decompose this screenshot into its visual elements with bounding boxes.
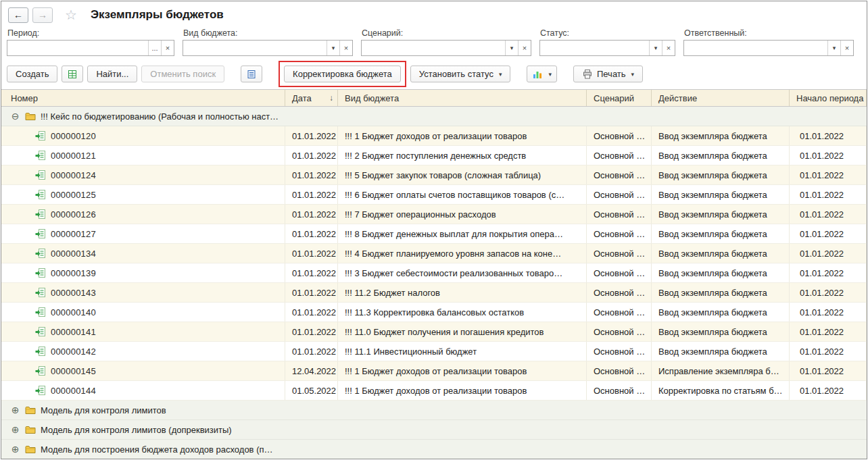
column-header-action[interactable]: Действие — [652, 90, 790, 106]
cell-date: 01.01.2022 — [285, 205, 338, 224]
cell-scenario: Основной … — [587, 361, 652, 380]
expand-icon[interactable]: ⊕ — [10, 444, 20, 454]
cell-scenario: Основной … — [587, 165, 652, 184]
print-button[interactable]: Печать ▾ — [573, 66, 643, 82]
cell-budget-type: !!! 6 Бюджет оплаты счетов поставщиков т… — [338, 185, 587, 204]
cell-date: 01.01.2022 — [285, 165, 338, 184]
responsible-dropdown-button[interactable]: ▾ — [827, 41, 840, 55]
budget-type-dropdown-button[interactable]: ▾ — [327, 41, 339, 55]
cell-date: 01.01.2022 — [285, 303, 338, 322]
table-row[interactable]: 000000134 01.01.2022 !!! 4 Бюджет планир… — [1, 244, 867, 263]
expand-icon[interactable]: ⊕ — [10, 425, 20, 434]
cell-number: 000000139 — [51, 268, 96, 278]
cell-period-start: 01.01.2022 — [790, 322, 867, 341]
column-header-period-start[interactable]: Начало периода — [790, 90, 867, 106]
title-bar: ← → ☆ Экземпляры бюджетов — [1, 1, 867, 27]
table-row[interactable]: 000000120 01.01.2022 !!! 1 Бюджет доходо… — [1, 126, 867, 146]
cell-period-start: 01.01.2022 — [790, 342, 867, 361]
filter-scenario-label: Сценарий: — [362, 28, 531, 38]
set-status-button[interactable]: Установить статус ▾ — [410, 66, 511, 82]
cell-action: Ввод экземпляра бюджета — [652, 126, 790, 145]
scenario-clear-button[interactable]: × — [518, 41, 531, 55]
period-clear-button[interactable]: × — [161, 41, 174, 55]
cancel-search-button[interactable]: Отменить поиск — [141, 66, 224, 82]
responsible-input[interactable] — [684, 41, 827, 55]
cell-budget-type: !!! 11.3 Корректировка балансовых остатк… — [338, 303, 587, 322]
budget-type-input[interactable] — [183, 41, 327, 55]
column-header-number[interactable]: Номер — [1, 90, 285, 106]
forward-button[interactable]: → — [32, 7, 53, 23]
filter-scenario-field: ▾ × — [361, 40, 531, 56]
period-choose-button[interactable]: ... — [148, 41, 161, 55]
group-label: !!! Кейс по бюджетированию (Рабочая и по… — [41, 111, 279, 122]
group-row[interactable]: ⊕ Модель для построения бюджета доходов … — [1, 440, 867, 459]
scenario-input[interactable] — [362, 41, 505, 55]
cell-budget-type: !!! 11.1 Инвестиционный бюджет — [338, 342, 587, 361]
table-row[interactable]: 000000141 01.01.2022 !!! 11.0 Бюджет пол… — [1, 322, 867, 342]
table-row[interactable]: 000000124 01.01.2022 !!! 5 Бюджет закупо… — [1, 165, 867, 185]
status-dropdown-button[interactable]: ▾ — [649, 41, 662, 55]
document-icon — [35, 209, 46, 220]
cell-budget-type: !!! 4 Бюджет планируемого уровня запасов… — [338, 244, 587, 263]
filter-period-label: Период: — [7, 28, 174, 38]
set-status-label: Установить статус — [419, 69, 493, 79]
table-header: Номер Дата ↓ Вид бюджета Сценарий Действ… — [1, 89, 867, 107]
group-row[interactable]: ⊖ !!! Кейс по бюджетированию (Рабочая и … — [1, 107, 867, 126]
group-row[interactable]: ⊕ Модель для контроля лимитов — [1, 401, 867, 420]
cell-budget-type: !!! 11.0 Бюджет получения и погашения кр… — [338, 322, 587, 341]
back-button[interactable]: ← — [8, 7, 28, 23]
cell-scenario: Основной … — [587, 263, 652, 282]
group-row[interactable]: ⊕ Модель для контроля лимитов (допреквиз… — [1, 420, 867, 440]
report-chart-button[interactable]: ▾ — [527, 66, 557, 82]
table-row[interactable]: 000000144 01.05.2022 !!! 1 Бюджет доходо… — [1, 381, 867, 401]
cell-date: 01.01.2022 — [285, 322, 338, 341]
column-header-scenario[interactable]: Сценарий — [587, 90, 652, 106]
document-icon — [35, 150, 46, 161]
document-icon — [35, 248, 46, 259]
table-row[interactable]: 000000140 01.01.2022 !!! 11.3 Корректиро… — [1, 303, 867, 322]
table-row[interactable]: 000000139 01.01.2022 !!! 3 Бюджет себест… — [1, 263, 867, 283]
budget-adjustment-button[interactable]: Корректировка бюджета — [284, 66, 401, 82]
find-button[interactable]: Найти... — [87, 66, 137, 82]
cell-budget-type: !!! 11.2 Бюджет налогов — [338, 283, 587, 302]
status-input[interactable] — [540, 41, 649, 55]
responsible-clear-button[interactable]: × — [840, 41, 853, 55]
create-button[interactable]: Создать — [7, 66, 57, 82]
favorite-star-icon[interactable]: ☆ — [65, 7, 77, 23]
column-header-date[interactable]: Дата ↓ — [285, 90, 338, 106]
cell-budget-type: !!! 7 Бюджет операционных расходов — [338, 205, 587, 224]
export-spreadsheet-button[interactable] — [62, 66, 83, 82]
cell-period-start: 01.01.2022 — [790, 244, 867, 263]
cell-scenario: Основной … — [587, 126, 652, 145]
status-clear-button[interactable]: × — [662, 41, 675, 55]
cell-number: 000000141 — [51, 327, 96, 337]
cell-date: 01.01.2022 — [285, 244, 338, 263]
sort-descending-icon: ↓ — [329, 93, 333, 103]
cell-date: 01.01.2022 — [285, 342, 338, 361]
table-row[interactable]: 000000145 12.04.2022 !!! 1 Бюджет доходо… — [1, 361, 867, 381]
cell-action: Ввод экземпляра бюджета — [652, 263, 790, 282]
table-row[interactable]: 000000127 01.01.2022 !!! 8 Бюджет денежн… — [1, 224, 867, 244]
cell-number: 000000125 — [51, 190, 96, 200]
table-row[interactable]: 000000125 01.01.2022 !!! 6 Бюджет оплаты… — [1, 185, 867, 205]
document-icon — [35, 189, 46, 200]
cell-period-start: 01.01.2022 — [790, 381, 867, 400]
table-row[interactable]: 000000142 01.01.2022 !!! 11.1 Инвестицио… — [1, 342, 867, 361]
list-settings-button[interactable] — [241, 66, 262, 82]
table-row[interactable]: 000000121 01.01.2022 !!! 2 Бюджет поступ… — [1, 146, 867, 165]
cell-date: 12.04.2022 — [285, 361, 338, 380]
table-body: ⊖ !!! Кейс по бюджетированию (Рабочая и … — [1, 107, 867, 459]
budget-type-clear-button[interactable]: × — [339, 41, 352, 55]
cell-number: 000000143 — [51, 288, 96, 298]
expand-icon[interactable]: ⊖ — [10, 111, 20, 121]
table-row[interactable]: 000000126 01.01.2022 !!! 7 Бюджет операц… — [1, 205, 867, 224]
cell-number: 000000126 — [51, 209, 96, 220]
table-row[interactable]: 000000143 01.01.2022 !!! 11.2 Бюджет нал… — [1, 283, 867, 303]
column-header-budget-type[interactable]: Вид бюджета — [338, 90, 587, 106]
expand-icon[interactable]: ⊕ — [10, 405, 20, 415]
period-input[interactable] — [7, 41, 148, 55]
cell-number: 000000120 — [51, 131, 96, 141]
cell-action: Исправление экземпляра б… — [652, 361, 790, 380]
scenario-dropdown-button[interactable]: ▾ — [505, 41, 518, 55]
document-icon — [35, 130, 46, 141]
